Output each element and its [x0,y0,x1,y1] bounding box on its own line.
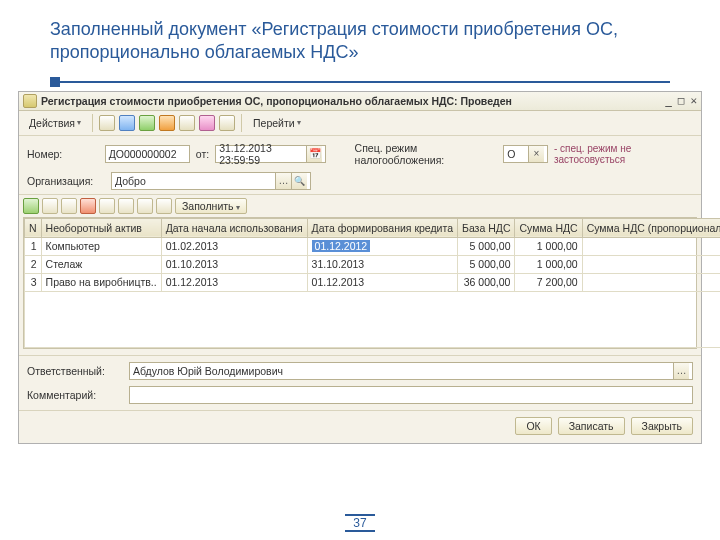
minimize-button[interactable]: _ [665,94,672,107]
asset-grid[interactable]: N Необоротный актив Дата начала использо… [23,217,697,349]
select-icon[interactable]: … [275,173,291,189]
form-footer: Ответственный: Абдулов Юрій Володимирови… [19,355,701,410]
spec-note: - спец. режим не застосовується [554,143,693,165]
toolbar-icon-save[interactable] [99,115,115,131]
copy-row-icon[interactable] [42,198,58,214]
search-icon[interactable] [291,173,307,189]
org-field[interactable]: Добро … [111,172,311,190]
number-field[interactable]: ДО000000002 [105,145,190,163]
org-label: Организация: [27,175,105,187]
responsible-label: Ответственный: [27,365,123,377]
slide-title: Заполненный документ «Регистрация стоимо… [0,0,720,73]
action-toolbar: Действия Перейти [19,111,701,136]
toolbar-icon-report[interactable] [219,115,235,131]
calendar-icon[interactable]: 📅 [306,146,322,162]
table-row[interactable]: 1 Компьютер 01.02.2013 01.12.2012 5 000,… [25,237,721,255]
sort-asc-icon[interactable] [137,198,153,214]
close-dialog-button[interactable]: Закрыть [631,417,693,435]
spec-label: Спец. режим налогообложения: [355,142,498,166]
dialog-buttons: ОК Записать Закрыть [19,410,701,443]
page-number: 37 [0,516,720,530]
app-icon [23,94,37,108]
goto-menu[interactable]: Перейти [248,115,306,131]
comment-label: Комментарий: [27,389,123,401]
toolbar-icon-unpost[interactable] [159,115,175,131]
col-credit[interactable]: Дата формирования кредита [307,218,457,237]
window-controls: _ □ ✕ [665,94,697,107]
date-field[interactable]: 31.12.2013 23:59:59 📅 [215,145,326,163]
comment-field[interactable] [129,386,693,404]
col-base[interactable]: База НДС [458,218,515,237]
responsible-field[interactable]: Абдулов Юрій Володимирович … [129,362,693,380]
table-row[interactable]: 3 Право на виробництв.. 01.12.2013 01.12… [25,273,721,291]
table-blank [25,291,721,347]
date-label: от: [196,148,209,160]
move-up-icon[interactable] [99,198,115,214]
move-down-icon[interactable] [118,198,134,214]
table-row[interactable]: 2 Стелаж 01.10.2013 31.10.2013 5 000,00 … [25,255,721,273]
form-header: Номер: ДО000000002 от: 31.12.2013 23:59:… [19,136,701,194]
grid-toolbar: Заполнить [19,194,701,217]
toolbar-icon-print[interactable] [199,115,215,131]
actions-menu[interactable]: Действия [24,115,86,131]
add-row-icon[interactable] [23,198,39,214]
app-window: Регистрация стоимости приобретения ОС, п… [18,91,702,444]
save-button[interactable]: Записать [558,417,625,435]
ok-button[interactable]: ОК [515,417,551,435]
clear-icon[interactable]: × [528,146,544,162]
fill-button[interactable]: Заполнить [175,198,247,214]
col-n[interactable]: N [25,218,42,237]
col-asset[interactable]: Необоротный актив [41,218,161,237]
col-start[interactable]: Дата начала использования [161,218,307,237]
delete-row-icon[interactable] [80,198,96,214]
col-vat[interactable]: Сумма НДС [515,218,582,237]
toolbar-icon-refresh[interactable] [119,115,135,131]
close-button[interactable]: ✕ [690,94,697,107]
window-titlebar: Регистрация стоимости приобретения ОС, п… [19,92,701,111]
col-prop[interactable]: Сумма НДС (пропорционально кредиту) [582,218,720,237]
edit-row-icon[interactable] [61,198,77,214]
toolbar-icon-basis[interactable] [179,115,195,131]
title-underline [50,77,670,83]
selected-cell[interactable]: 01.12.2012 [312,240,371,252]
window-title: Регистрация стоимости приобретения ОС, п… [41,95,512,107]
spec-field[interactable]: О × [503,145,548,163]
select-icon[interactable]: … [673,363,689,379]
sort-desc-icon[interactable] [156,198,172,214]
number-label: Номер: [27,148,99,160]
toolbar-icon-post[interactable] [139,115,155,131]
maximize-button[interactable]: □ [678,94,685,107]
